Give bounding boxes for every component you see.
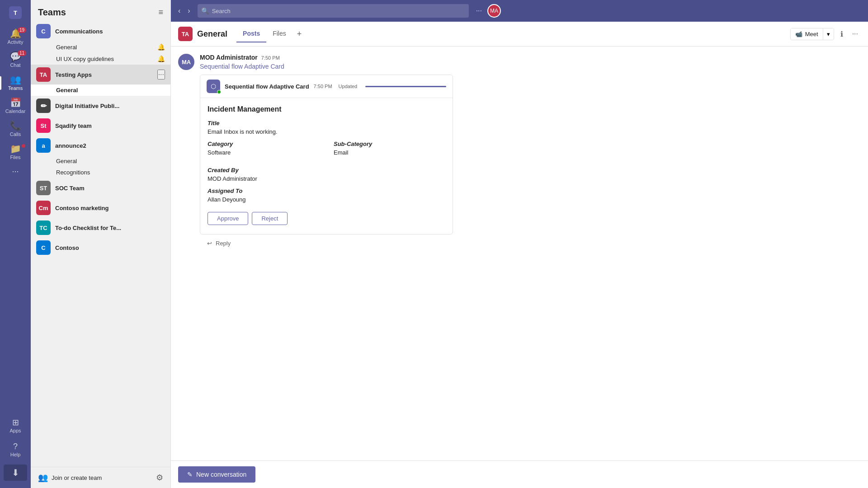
channel-title: General [197,29,227,39]
sidebar-item-teams[interactable]: 👥 Teams [0,71,31,94]
forward-button[interactable]: › [186,5,192,17]
tab-add-button[interactable]: + [292,26,307,42]
channel-name: General [56,87,165,94]
sidebar-item-files[interactable]: 📁 Files [0,141,31,164]
search-input[interactable] [198,4,469,18]
channel-more-button[interactable]: ··· [849,28,861,40]
card-actions: Approve Reject [208,208,445,227]
card-incident-title: Incident Management [208,105,445,113]
files-icon: 📁 [10,144,21,153]
top-bar-actions: ··· MA [474,4,501,18]
new-conv-label: New conversation [196,471,246,478]
sidebar-item-more[interactable]: ··· [0,164,31,179]
team-item-communications[interactable]: C Communications ··· [31,21,170,41]
channel-header-actions: 📹 Meet ▾ ℹ ··· [790,28,861,40]
channel-item-announce2-recognitions[interactable]: Recognitions [31,167,170,178]
team-more-testing-apps[interactable]: ··· [157,70,165,80]
channel-name: Recognitions [56,169,165,176]
card-field-col-subcategory: Sub-Category Email [334,141,445,161]
team-avatar-communications: C [36,24,51,38]
team-name-digital-initiative: Digital Initiative Publi... [55,103,157,109]
settings-button[interactable]: ⚙ [156,473,163,483]
card-field-label-title: Title [208,120,445,127]
sidebar-item-chat[interactable]: 11 💬 Chat [0,48,31,71]
info-button[interactable]: ℹ [838,28,846,40]
sidebar-item-activity[interactable]: 19 🔔 Activity [0,25,31,48]
channel-tabs: Posts Files + [236,25,790,42]
meet-button[interactable]: 📹 Meet [791,28,823,40]
files-label: Files [10,155,20,160]
reply-icon: ↩ [207,240,212,247]
approve-button[interactable]: Approve [208,212,248,225]
message-thread: MA MOD Administrator 7:50 PM Sequential … [178,54,861,252]
channel-item-communications-general[interactable]: General 🔔 [31,41,170,53]
team-avatar-contoso: C [36,240,51,255]
team-avatar-contoso-marketing: Cm [36,201,51,215]
card-field-value-title: Email Inbox is not working. [208,128,445,135]
calls-icon: 📞 [10,121,21,130]
new-conversation-button[interactable]: ✎ New conversation [178,466,255,483]
teams-sidebar: Teams ≡ C Communications ··· General 🔔 U… [31,0,171,488]
card-value-assigned-to: Allan Deyoung [208,196,445,203]
team-avatar-announce2: a [36,138,51,153]
team-item-contoso-marketing[interactable]: Cm Contoso marketing ··· [31,198,170,218]
team-item-sqadify[interactable]: St Sqadify team ··· [31,116,170,136]
channel-item-announce2-general[interactable]: General [31,155,170,167]
message-author: MOD Administrator [200,54,258,61]
search-wrapper: 🔍 [198,4,469,18]
team-name-sqadify: Sqadify team [55,122,157,129]
svg-text:T: T [14,9,17,16]
team-item-soc-team[interactable]: ST SOC Team ··· [31,178,170,198]
activity-label: Activity [8,39,24,45]
tab-files[interactable]: Files [266,25,292,42]
bot-icon-symbol: ⬡ [211,83,216,90]
card-bot-icon: ⬡ [207,80,220,93]
sidebar-item-apps[interactable]: ⊞ Apps [0,415,31,437]
team-name-contoso: Contoso [55,244,157,251]
team-avatar-testing-apps: TA [36,67,51,82]
team-avatar-soc-team: ST [36,181,51,195]
team-item-digital-initiative[interactable]: ✏ Digital Initiative Publi... ··· [31,96,170,116]
join-create-team-button[interactable]: 👥 Join or create team [38,473,102,483]
reject-button[interactable]: Reject [252,212,288,225]
message-subject[interactable]: Sequential flow Adaptive Card [200,63,861,70]
filter-button[interactable]: ≡ [158,8,163,17]
download-button[interactable]: ⬇ [4,465,27,481]
reply-area[interactable]: ↩ Reply [200,235,861,252]
tab-posts[interactable]: Posts [236,25,266,42]
card-field-col-category: Category Software [208,141,319,161]
user-avatar-initials: MA [490,8,498,14]
team-item-contoso[interactable]: C Contoso ··· [31,238,170,258]
new-conv-icon: ✎ [187,471,193,478]
channel-name: General [56,44,157,51]
team-item-testing-apps[interactable]: TA Testing Apps ··· [31,65,170,84]
team-avatar-sqadify: St [36,118,51,133]
user-avatar[interactable]: MA [487,4,501,18]
channel-item-testing-apps-general[interactable]: General [31,84,170,96]
sidebar-item-calls[interactable]: 📞 Calls [0,117,31,141]
channel-item-communications-uiux[interactable]: UI UX copy guidelines 🔔 [31,53,170,65]
teams-list: C Communications ··· General 🔔 UI UX cop… [31,21,170,467]
channel-alert-icon: 🔔 [157,55,165,62]
card-label-subcategory: Sub-Category [334,141,445,147]
back-button[interactable]: ‹ [176,5,182,17]
chat-label: Chat [10,62,20,68]
sidebar-item-calendar[interactable]: 📅 Calendar [0,94,31,117]
more-options-button[interactable]: ··· [474,5,484,17]
bottom-nav: ⊞ Apps ? Help ⬇ [0,415,31,488]
chat-area: MA MOD Administrator 7:50 PM Sequential … [171,47,868,460]
calendar-icon: 📅 [10,98,21,107]
team-item-todo-checklist[interactable]: TC To-do Checklist for Te... ··· [31,218,170,238]
main-content: ‹ › 🔍 ··· MA TA General Posts Files + [171,0,868,488]
chat-badge: 11 [18,50,26,56]
channel-team-avatar-text: TA [182,31,189,38]
sidebar-item-help[interactable]: ? Help [0,439,31,461]
new-conversation-area: ✎ New conversation [171,460,868,488]
meet-dropdown-button[interactable]: ▾ [823,28,834,40]
team-name-contoso-marketing: Contoso marketing [55,205,157,211]
more-icon: ··· [12,167,19,175]
sidebar-title: Teams [38,7,66,18]
channel-name: UI UX copy guidelines [56,56,157,62]
team-item-announce2[interactable]: a announce2 ··· [31,136,170,155]
search-icon: 🔍 [201,7,209,14]
